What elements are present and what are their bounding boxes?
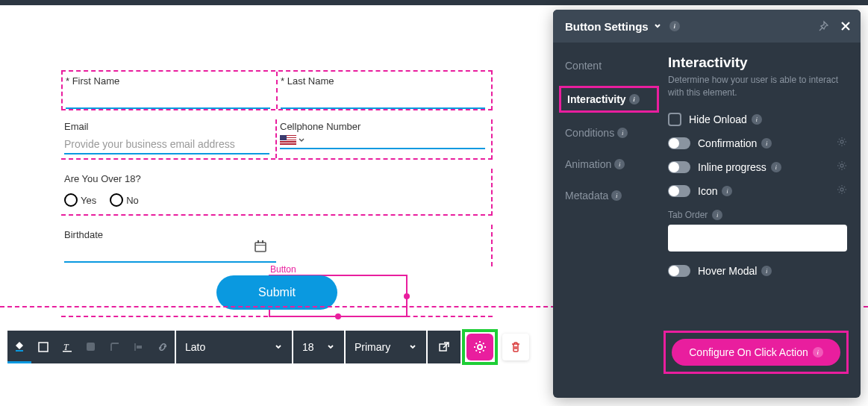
gear-icon [472,340,487,355]
color-scheme-select[interactable]: Primary [346,331,426,363]
info-icon[interactable]: i [752,114,762,125]
us-flag-icon[interactable] [280,135,296,146]
field-cellphone[interactable]: Cellphone Number [277,119,491,158]
settings-button-highlight [462,329,498,365]
svg-point-12 [478,345,482,349]
svg-rect-5 [39,343,48,352]
radio-no[interactable]: No [110,193,139,207]
cellphone-label: Cellphone Number [280,121,485,132]
settings-button[interactable] [466,334,493,360]
radio-yes[interactable]: Yes [64,193,96,207]
field-first-name[interactable]: * First Name [63,72,278,109]
info-icon[interactable]: i [611,190,622,201]
resize-handle-bottom[interactable] [335,313,341,319]
tab-animation-label: Animation [565,158,611,170]
setting-hide-onload[interactable]: Hide Onload i [668,113,847,126]
email-input[interactable] [64,135,269,154]
svg-rect-4 [16,350,23,352]
setting-label: Inline progress [698,161,766,173]
gear-icon[interactable] [837,137,847,150]
tab-content[interactable]: Content [559,54,659,77]
settings-panel: Button Settings i Content Interactivity … [553,10,861,398]
tab-metadata[interactable]: Metadata i [559,184,659,207]
configure-on-click-action-button[interactable]: Configure On Click Action i [672,339,840,366]
info-icon[interactable]: i [617,128,628,138]
info-icon[interactable]: i [669,21,680,31]
field-last-name[interactable]: * Last Name [278,72,491,109]
open-external-button[interactable] [428,331,460,363]
chevron-down-icon [326,343,335,352]
first-name-input[interactable] [66,90,270,109]
corner-radius-button[interactable] [103,331,127,363]
align-button[interactable] [127,331,151,363]
svg-rect-3 [255,245,266,246]
delete-button[interactable] [502,334,529,360]
shadow-button[interactable] [79,331,103,363]
field-birthdate[interactable]: Birthdate [64,229,276,266]
setting-hover-modal[interactable]: Hover Modal i [668,265,847,277]
info-icon[interactable]: i [712,210,722,220]
radio-yes-label: Yes [81,195,96,206]
link-button[interactable] [151,331,175,363]
info-icon[interactable]: i [771,162,781,172]
email-label: Email [64,121,269,132]
toggle-switch[interactable] [668,265,690,277]
tab-order-input[interactable] [668,225,847,252]
info-icon[interactable]: i [722,186,732,196]
gear-icon[interactable] [837,160,847,174]
setting-label: Hide Onload [689,113,747,125]
fill-color-button[interactable] [7,331,31,363]
info-icon[interactable]: i [761,138,772,149]
setting-inline-progress[interactable]: Inline progress i [668,160,847,174]
tab-animation[interactable]: Animation i [559,153,659,175]
gear-icon[interactable] [837,184,847,198]
last-name-input[interactable] [281,90,485,109]
svg-text:T: T [63,342,69,352]
info-icon[interactable]: i [614,159,625,169]
svg-rect-1 [257,240,259,243]
over18-radio-group: Yes No [64,193,488,207]
tab-conditions[interactable]: Conditions i [559,122,659,144]
toggle-switch[interactable] [668,161,690,173]
setting-icon[interactable]: Icon i [668,184,847,198]
birthdate-input[interactable] [64,243,276,263]
tab-metadata-label: Metadata [565,190,608,202]
submit-button[interactable]: Submit [216,275,337,310]
border-button[interactable] [31,331,55,363]
svg-rect-8 [87,343,95,351]
toggle-switch[interactable] [668,185,690,197]
font-size-select[interactable]: 18 [293,331,344,363]
chevron-down-icon[interactable] [298,137,305,144]
configure-action-highlight: Configure On Click Action i [664,331,849,374]
setting-confirmation[interactable]: Confirmation i [668,137,847,150]
tab-interactivity[interactable]: Interactivity i [559,86,659,113]
calendar-icon[interactable] [254,240,267,256]
checkbox-icon[interactable] [668,113,681,126]
font-size-value: 18 [302,341,314,353]
over18-label: Are You Over 18? [64,173,488,184]
font-family-value: Lato [185,341,205,353]
info-icon[interactable]: i [761,266,772,276]
info-icon[interactable]: i [813,347,823,357]
trash-icon [510,341,522,353]
info-icon[interactable]: i [629,94,640,104]
text-style-button[interactable]: T [55,331,79,363]
color-scheme-value: Primary [355,341,390,353]
tab-order-label: Tab Order i [668,210,847,220]
pin-icon[interactable] [817,20,829,32]
svg-point-13 [840,140,843,143]
setting-label: Hover Modal [698,265,757,277]
chevron-down-icon [408,343,417,352]
font-family-select[interactable]: Lato [176,331,292,363]
section-description: Determine how your user is able to inter… [668,74,847,99]
close-icon[interactable] [840,20,852,32]
setting-label: Confirmation [698,137,757,149]
resize-handle-right[interactable] [404,293,410,299]
svg-rect-7 [63,351,72,352]
panel-title[interactable]: Button Settings i [565,20,680,33]
svg-point-14 [840,164,843,167]
element-toolbar: T Lato 18 Primary [7,331,529,363]
field-email[interactable]: Email [61,119,277,158]
toggle-switch[interactable] [668,137,690,149]
first-name-label: * First Name [66,75,270,87]
